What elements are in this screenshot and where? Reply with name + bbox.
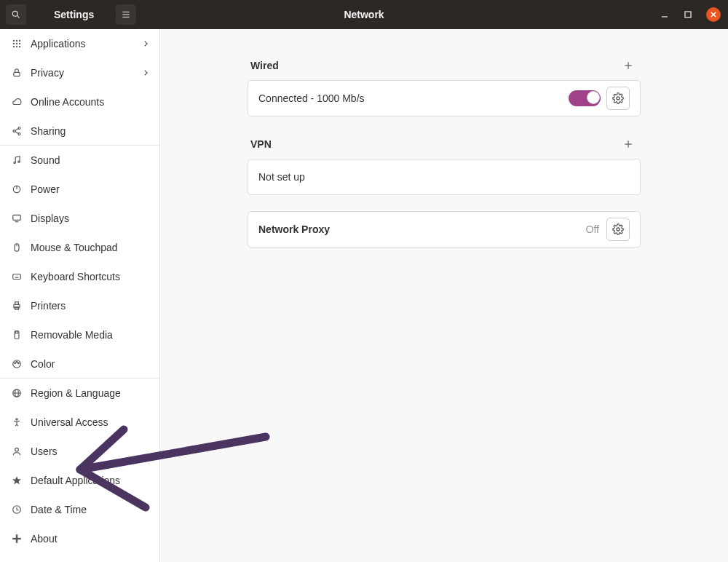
sidebar-item-privacy[interactable]: Privacy	[0, 58, 159, 87]
svg-point-17	[19, 46, 20, 47]
sidebar-item-label: Mouse & Touchpad	[31, 242, 118, 253]
sidebar-item-label: Default Applications	[31, 475, 120, 486]
sidebar-item-label: Removable Media	[31, 329, 113, 341]
svg-rect-18	[14, 72, 20, 76]
search-button[interactable]	[6, 4, 26, 25]
proxy-value: Off	[586, 223, 599, 235]
svg-point-10	[16, 40, 17, 41]
globe-icon	[10, 387, 23, 400]
sidebar-item-label: Keyboard Shortcuts	[31, 271, 120, 282]
svg-line-1	[17, 15, 19, 17]
sidebar-item-label: Privacy	[31, 67, 64, 79]
svg-point-58	[617, 97, 620, 100]
sidebar-item-sharing[interactable]: Sharing	[0, 116, 159, 146]
svg-rect-32	[13, 274, 21, 280]
settings-title: Settings	[32, 9, 116, 20]
sidebar-item-printers[interactable]: Printers	[0, 291, 159, 320]
mouse-icon	[10, 241, 23, 254]
keyboard-icon	[10, 270, 23, 283]
sidebar-item-region-language[interactable]: Region & Language	[0, 379, 159, 408]
close-icon	[710, 11, 717, 18]
hamburger-menu-button[interactable]	[116, 4, 136, 25]
svg-point-15	[13, 46, 15, 47]
search-icon	[11, 9, 21, 20]
proxy-card[interactable]: Network Proxy Off	[248, 211, 641, 248]
display-icon	[10, 212, 23, 225]
svg-point-11	[19, 40, 20, 41]
svg-rect-55	[12, 538, 21, 539]
vpn-add-button[interactable]	[619, 138, 638, 151]
wired-switch[interactable]	[569, 90, 601, 106]
vpn-status: Not set up	[258, 171, 305, 183]
svg-point-9	[13, 40, 15, 41]
sidebar-item-removable-media[interactable]: Removable Media	[0, 320, 159, 349]
minimize-icon	[660, 10, 669, 19]
lock-icon	[10, 66, 23, 79]
window-minimize-button[interactable]	[660, 9, 670, 20]
printer-icon	[10, 299, 23, 312]
vpn-title: VPN	[250, 138, 272, 150]
svg-point-0	[12, 11, 17, 16]
wired-settings-button[interactable]	[606, 87, 630, 110]
window-maximize-button[interactable]	[683, 9, 693, 20]
sidebar-item-label: Region & Language	[31, 387, 121, 399]
sidebar-item-sound[interactable]: Sound	[0, 146, 159, 175]
power-icon	[10, 183, 23, 196]
proxy-title: Network Proxy	[258, 223, 330, 235]
share-icon	[10, 124, 23, 138]
maximize-icon	[684, 10, 692, 19]
svg-rect-41	[15, 331, 18, 333]
clock-icon	[10, 503, 23, 516]
chevron-right-icon	[142, 69, 149, 76]
sidebar-item-keyboard-shortcuts[interactable]: Keyboard Shortcuts	[0, 262, 159, 291]
sidebar-item-label: Universal Access	[31, 416, 108, 428]
switch-knob	[587, 91, 600, 104]
sidebar-item-users[interactable]: Users	[0, 437, 159, 466]
content-area: Wired Connected - 1000 Mb/s	[160, 29, 728, 562]
svg-point-49	[16, 419, 17, 420]
svg-marker-51	[12, 476, 21, 484]
sidebar-item-universal-access[interactable]: Universal Access	[0, 408, 159, 437]
sidebar-item-applications[interactable]: Applications	[0, 29, 159, 58]
sidebar-item-label: Users	[31, 446, 58, 457]
wired-add-button[interactable]	[619, 59, 638, 72]
svg-line-23	[15, 131, 19, 133]
vpn-section-header: VPN	[248, 130, 641, 159]
sidebar-item-date-time[interactable]: Date & Time	[0, 495, 159, 524]
gear-icon	[612, 223, 624, 235]
wired-card: Connected - 1000 Mb/s	[248, 80, 641, 116]
sidebar-item-power[interactable]: Power	[0, 175, 159, 204]
sidebar-item-label: Online Accounts	[31, 96, 104, 108]
svg-line-22	[15, 128, 19, 130]
svg-point-12	[13, 43, 15, 44]
svg-point-25	[18, 161, 20, 162]
svg-rect-28	[13, 215, 21, 220]
sidebar-item-label: Power	[31, 183, 60, 195]
accessibility-icon	[10, 416, 23, 429]
wired-status: Connected - 1000 Mb/s	[258, 92, 365, 104]
user-icon	[10, 445, 23, 458]
chevron-right-icon	[142, 40, 149, 47]
sidebar-item-about[interactable]: About	[0, 524, 159, 553]
cloud-icon	[10, 95, 23, 108]
page-title: Network	[344, 9, 384, 20]
titlebar: Settings Network	[0, 0, 728, 29]
svg-point-44	[16, 361, 17, 363]
sidebar-item-color[interactable]: Color	[0, 349, 159, 379]
sidebar-item-label: Sound	[31, 154, 60, 166]
grid-icon	[10, 37, 23, 50]
sidebar-item-displays[interactable]: Displays	[0, 204, 159, 233]
svg-point-24	[14, 162, 15, 163]
proxy-settings-button[interactable]	[606, 218, 630, 241]
sidebar-item-online-accounts[interactable]: Online Accounts	[0, 87, 159, 116]
usb-icon	[10, 328, 23, 341]
window-close-button[interactable]	[706, 7, 721, 22]
palette-icon	[10, 357, 23, 371]
sidebar-item-label: Date & Time	[31, 504, 87, 515]
svg-point-61	[617, 228, 620, 231]
sidebar-item-mouse-touchpad[interactable]: Mouse & Touchpad	[0, 233, 159, 262]
sidebar-item-label: About	[31, 533, 58, 545]
wired-title: Wired	[250, 60, 279, 71]
gear-icon	[612, 92, 624, 104]
sidebar-item-default-applications[interactable]: Default Applications	[0, 466, 159, 495]
